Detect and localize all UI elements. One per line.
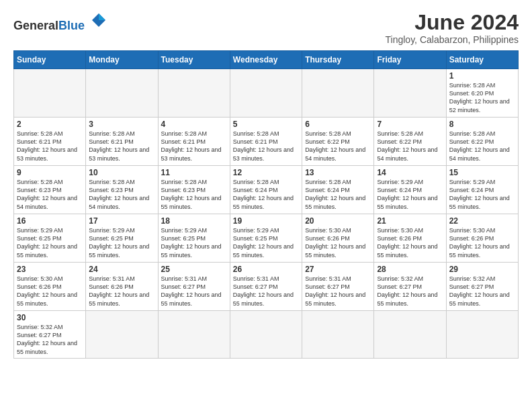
day-info: Sunrise: 5:29 AMSunset: 6:24 PMDaylight:… <box>449 178 515 211</box>
day-info: Sunrise: 5:28 AMSunset: 6:21 PMDaylight:… <box>233 130 299 163</box>
day-info: Sunrise: 5:29 AMSunset: 6:25 PMDaylight:… <box>17 226 83 259</box>
day-info: Sunrise: 5:28 AMSunset: 6:21 PMDaylight:… <box>17 130 83 163</box>
day-number: 27 <box>305 265 371 274</box>
calendar-cell: 18Sunrise: 5:29 AMSunset: 6:25 PMDayligh… <box>158 214 230 263</box>
calendar-cell: 8Sunrise: 5:28 AMSunset: 6:22 PMDaylight… <box>446 118 518 166</box>
day-number: 23 <box>17 265 83 274</box>
calendar-cell: 16Sunrise: 5:29 AMSunset: 6:25 PMDayligh… <box>14 214 86 263</box>
day-number: 2 <box>17 120 83 129</box>
day-number: 25 <box>161 265 227 274</box>
calendar-cell <box>86 311 158 359</box>
calendar-cell: 3Sunrise: 5:28 AMSunset: 6:21 PMDaylight… <box>86 118 158 166</box>
day-info: Sunrise: 5:32 AMSunset: 6:27 PMDaylight:… <box>449 275 515 308</box>
day-info: Sunrise: 5:30 AMSunset: 6:26 PMDaylight:… <box>377 226 443 259</box>
day-number: 14 <box>377 168 443 177</box>
day-number: 9 <box>17 168 83 177</box>
calendar-cell: 28Sunrise: 5:32 AMSunset: 6:27 PMDayligh… <box>374 263 446 311</box>
svg-marker-1 <box>99 13 105 20</box>
day-number: 5 <box>233 120 299 129</box>
day-info: Sunrise: 5:28 AMSunset: 6:24 PMDaylight:… <box>233 178 299 211</box>
day-info: Sunrise: 5:30 AMSunset: 6:26 PMDaylight:… <box>17 275 83 308</box>
calendar-cell <box>302 69 374 118</box>
calendar-cell <box>86 69 158 118</box>
logo-wordmark: GeneralBlue <box>13 11 108 32</box>
day-info: Sunrise: 5:28 AMSunset: 6:22 PMDaylight:… <box>377 130 443 163</box>
page-header: GeneralBlue June 2024 Tingloy, Calabarzo… <box>13 11 519 45</box>
day-number: 11 <box>161 168 227 177</box>
day-number: 13 <box>305 168 371 177</box>
weekday-row: SundayMondayTuesdayWednesdayThursdayFrid… <box>14 51 519 69</box>
calendar-cell <box>14 69 86 118</box>
day-info: Sunrise: 5:28 AMSunset: 6:23 PMDaylight:… <box>17 178 83 211</box>
day-number: 6 <box>305 120 371 129</box>
calendar-cell: 24Sunrise: 5:31 AMSunset: 6:26 PMDayligh… <box>86 263 158 311</box>
month-title: June 2024 <box>386 11 519 34</box>
day-number: 3 <box>89 120 154 129</box>
weekday-header-wednesday: Wednesday <box>230 51 302 69</box>
weekday-header-friday: Friday <box>374 51 446 69</box>
calendar-week-2: 2Sunrise: 5:28 AMSunset: 6:21 PMDaylight… <box>14 118 519 166</box>
calendar-cell: 23Sunrise: 5:30 AMSunset: 6:26 PMDayligh… <box>14 263 86 311</box>
day-number: 24 <box>89 265 154 274</box>
day-info: Sunrise: 5:28 AMSunset: 6:23 PMDaylight:… <box>161 178 227 211</box>
calendar-cell: 9Sunrise: 5:28 AMSunset: 6:23 PMDaylight… <box>14 166 86 214</box>
weekday-header-monday: Monday <box>86 51 158 69</box>
day-number: 21 <box>377 216 443 226</box>
calendar-cell: 21Sunrise: 5:30 AMSunset: 6:26 PMDayligh… <box>374 214 446 263</box>
calendar-cell: 17Sunrise: 5:29 AMSunset: 6:25 PMDayligh… <box>86 214 158 263</box>
calendar-cell: 10Sunrise: 5:28 AMSunset: 6:23 PMDayligh… <box>86 166 158 214</box>
calendar-cell: 7Sunrise: 5:28 AMSunset: 6:22 PMDaylight… <box>374 118 446 166</box>
calendar-week-3: 9Sunrise: 5:28 AMSunset: 6:23 PMDaylight… <box>14 166 519 214</box>
calendar-cell <box>230 311 302 359</box>
calendar-cell: 2Sunrise: 5:28 AMSunset: 6:21 PMDaylight… <box>14 118 86 166</box>
day-info: Sunrise: 5:32 AMSunset: 6:27 PMDaylight:… <box>17 323 83 356</box>
day-number: 29 <box>449 265 515 274</box>
calendar-header: SundayMondayTuesdayWednesdayThursdayFrid… <box>14 51 519 69</box>
day-number: 16 <box>17 216 83 226</box>
title-block: June 2024 Tingloy, Calabarzon, Philippin… <box>386 11 519 45</box>
calendar-cell: 11Sunrise: 5:28 AMSunset: 6:23 PMDayligh… <box>158 166 230 214</box>
calendar-cell: 29Sunrise: 5:32 AMSunset: 6:27 PMDayligh… <box>446 263 518 311</box>
calendar-week-6: 30Sunrise: 5:32 AMSunset: 6:27 PMDayligh… <box>14 311 519 359</box>
day-info: Sunrise: 5:28 AMSunset: 6:22 PMDaylight:… <box>449 130 515 163</box>
calendar-cell: 13Sunrise: 5:28 AMSunset: 6:24 PMDayligh… <box>302 166 374 214</box>
day-number: 28 <box>377 265 443 274</box>
calendar-cell: 26Sunrise: 5:31 AMSunset: 6:27 PMDayligh… <box>230 263 302 311</box>
day-info: Sunrise: 5:28 AMSunset: 6:23 PMDaylight:… <box>89 178 154 211</box>
calendar-cell: 20Sunrise: 5:30 AMSunset: 6:26 PMDayligh… <box>302 214 374 263</box>
calendar-cell: 25Sunrise: 5:31 AMSunset: 6:27 PMDayligh… <box>158 263 230 311</box>
day-number: 20 <box>305 216 371 226</box>
calendar-cell: 4Sunrise: 5:28 AMSunset: 6:21 PMDaylight… <box>158 118 230 166</box>
day-info: Sunrise: 5:29 AMSunset: 6:25 PMDaylight:… <box>161 226 227 259</box>
day-info: Sunrise: 5:32 AMSunset: 6:27 PMDaylight:… <box>377 275 443 308</box>
day-number: 18 <box>161 216 227 226</box>
day-info: Sunrise: 5:28 AMSunset: 6:21 PMDaylight:… <box>161 130 227 163</box>
weekday-header-tuesday: Tuesday <box>158 51 230 69</box>
calendar-table: SundayMondayTuesdayWednesdayThursdayFrid… <box>13 50 519 359</box>
day-info: Sunrise: 5:28 AMSunset: 6:24 PMDaylight:… <box>305 178 371 211</box>
calendar-cell: 12Sunrise: 5:28 AMSunset: 6:24 PMDayligh… <box>230 166 302 214</box>
calendar-body: 1Sunrise: 5:28 AMSunset: 6:20 PMDaylight… <box>14 69 519 359</box>
day-number: 8 <box>449 120 515 129</box>
day-info: Sunrise: 5:28 AMSunset: 6:21 PMDaylight:… <box>89 130 154 163</box>
weekday-header-thursday: Thursday <box>302 51 374 69</box>
day-number: 7 <box>377 120 443 129</box>
day-number: 30 <box>17 313 83 322</box>
day-number: 26 <box>233 265 299 274</box>
calendar-cell <box>374 69 446 118</box>
calendar-cell: 14Sunrise: 5:29 AMSunset: 6:24 PMDayligh… <box>374 166 446 214</box>
day-number: 22 <box>449 216 515 226</box>
day-number: 17 <box>89 216 154 226</box>
day-info: Sunrise: 5:29 AMSunset: 6:25 PMDaylight:… <box>233 226 299 259</box>
day-info: Sunrise: 5:31 AMSunset: 6:27 PMDaylight:… <box>305 275 371 308</box>
day-number: 1 <box>449 71 515 81</box>
calendar-cell: 19Sunrise: 5:29 AMSunset: 6:25 PMDayligh… <box>230 214 302 263</box>
day-info: Sunrise: 5:28 AMSunset: 6:20 PMDaylight:… <box>449 81 515 114</box>
calendar-cell: 5Sunrise: 5:28 AMSunset: 6:21 PMDaylight… <box>230 118 302 166</box>
day-number: 15 <box>449 168 515 177</box>
weekday-header-saturday: Saturday <box>446 51 518 69</box>
calendar-cell <box>374 311 446 359</box>
calendar-cell <box>230 69 302 118</box>
calendar-cell: 6Sunrise: 5:28 AMSunset: 6:22 PMDaylight… <box>302 118 374 166</box>
day-info: Sunrise: 5:30 AMSunset: 6:26 PMDaylight:… <box>305 226 371 259</box>
